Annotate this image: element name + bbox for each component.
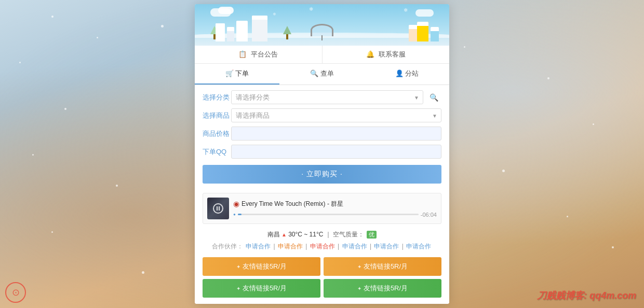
- tree-2: [283, 26, 291, 39]
- building-3: [236, 21, 248, 41]
- netease-icon: ◉: [233, 200, 239, 208]
- category-label: 选择分类: [203, 93, 231, 102]
- building-7: [431, 27, 439, 41]
- friend-links-grid: 友情链接5R/月 友情链接5R/月 友情链接5R/月 友情链接5R/月: [195, 254, 449, 304]
- progress-dot: ●: [233, 212, 236, 217]
- qq-input-wrap: [231, 145, 441, 159]
- weather-up-icon: ▲: [281, 232, 287, 237]
- building-4: [252, 16, 267, 41]
- music-progress-row: ● -06:04: [233, 212, 437, 218]
- header-illustration: ❄ ❄ ❄: [195, 4, 449, 46]
- category-select-wrap: 请选择分类 ▼: [231, 90, 423, 104]
- price-input-wrap: [231, 127, 441, 141]
- order-form: 选择分类 请选择分类 ▼ 🔍 选择商品 请选择商品 ▼ 商品价格: [195, 85, 449, 189]
- music-info: ◉ Every Time We Touch (Remix) - 群星 ● -06…: [233, 200, 437, 218]
- main-card: ❄ ❄ ❄ 📋 平台公告 🔔 联系客服 🛒 下单 🔍 查单 👤 分站 选择分类: [195, 4, 449, 304]
- building-1: [216, 23, 225, 41]
- price-input[interactable]: [231, 127, 441, 141]
- qq-label: 下单QQ: [203, 147, 231, 157]
- search-button[interactable]: 🔍: [426, 91, 441, 104]
- announcement-link[interactable]: 📋 平台公告: [195, 46, 323, 63]
- progress-bar-fill: [238, 214, 242, 215]
- product-select[interactable]: 请选择商品: [231, 108, 441, 122]
- partner-link-5[interactable]: 申请合作: [374, 243, 399, 250]
- friend-link-btn-4[interactable]: 友情链接5R/月: [324, 279, 441, 298]
- partner-link-1[interactable]: 申请合作: [246, 243, 271, 250]
- weather-bar: 南昌 ▲ 30°C ~ 11°C ｜ 空气质量： 优: [195, 228, 449, 241]
- header-links-row: 📋 平台公告 🔔 联系客服: [195, 46, 449, 64]
- progress-bar-bg[interactable]: [238, 214, 419, 215]
- price-label: 商品价格: [203, 129, 231, 138]
- tab-query[interactable]: 🔍 查单: [279, 64, 364, 85]
- partner-link-3[interactable]: 申请合作: [310, 243, 335, 250]
- play-pause-overlay: [213, 203, 223, 214]
- category-row: 选择分类 请选择分类 ▼ 🔍: [203, 90, 441, 104]
- music-thumbnail: [207, 198, 229, 219]
- contact-icon: 🔔: [366, 50, 374, 58]
- announcement-label: 平台公告: [251, 50, 278, 58]
- watermark: 刀贱贱博客: qq4m.com: [537, 289, 636, 302]
- announcement-icon: 📋: [238, 50, 247, 58]
- product-label: 选择商品: [203, 111, 231, 120]
- weather-separator: ｜ 空气质量：: [325, 231, 364, 238]
- qq-row: 下单QQ: [203, 145, 441, 159]
- bottom-logo: ⊙: [5, 282, 26, 303]
- partners-row: 合作伙伴： 申请合作 | 申请合作 | 申请合作 | 申请合作 | 申请合作 |…: [195, 241, 449, 254]
- contact-link[interactable]: 🔔 联系客服: [323, 46, 450, 63]
- weather-city: 南昌: [267, 231, 280, 238]
- qq-input[interactable]: [231, 145, 441, 159]
- partner-link-2[interactable]: 申请合作: [278, 243, 303, 250]
- music-player: ◉ Every Time We Touch (Remix) - 群星 ● -06…: [203, 193, 441, 224]
- buy-button[interactable]: 立即购买: [203, 165, 441, 184]
- partner-link-6[interactable]: 申请合作: [406, 243, 431, 250]
- building-6: [417, 22, 428, 41]
- friend-link-btn-3[interactable]: 友情链接5R/月: [203, 279, 320, 298]
- music-title-text: Every Time We Touch (Remix) - 群星: [242, 200, 343, 208]
- price-row: 商品价格: [203, 127, 441, 141]
- air-quality-badge: 优: [367, 231, 377, 239]
- music-duration: -06:04: [421, 212, 437, 218]
- tab-substation[interactable]: 👤 分站: [365, 64, 449, 85]
- tab-order[interactable]: 🛒 下单: [195, 64, 279, 85]
- contact-label: 联系客服: [379, 50, 406, 58]
- partners-label: 合作伙伴：: [212, 243, 243, 250]
- category-select[interactable]: 请选择分类: [231, 90, 423, 104]
- friend-link-btn-1[interactable]: 友情链接5R/月: [203, 257, 320, 276]
- product-row: 选择商品 请选择商品 ▼: [203, 108, 441, 122]
- friend-link-btn-2[interactable]: 友情链接5R/月: [324, 257, 441, 276]
- music-title-row: ◉ Every Time We Touch (Remix) - 群星: [233, 200, 437, 208]
- product-select-wrap: 请选择商品 ▼: [231, 108, 441, 122]
- search-icon: 🔍: [430, 93, 438, 102]
- weather-temp: 30°C ~ 11°C: [288, 231, 323, 238]
- partner-link-4[interactable]: 申请合作: [342, 243, 367, 250]
- building-2: [227, 27, 234, 41]
- main-tabs: 🛒 下单 🔍 查单 👤 分站: [195, 64, 449, 85]
